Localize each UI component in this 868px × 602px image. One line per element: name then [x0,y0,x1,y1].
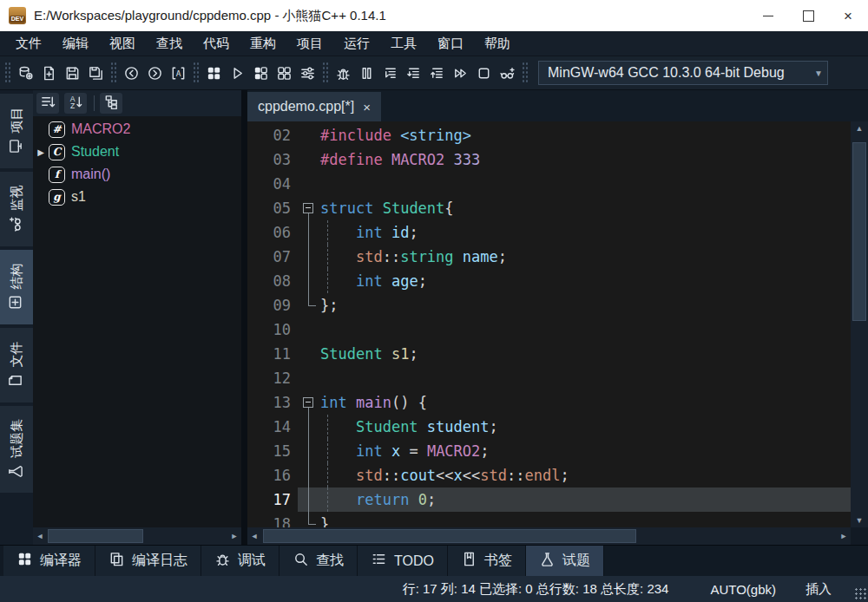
compile-run-button[interactable] [249,61,273,85]
code-line-17[interactable]: 17 return 0; [247,487,851,512]
code-line-03[interactable]: 03#define MACRO2 333 [247,147,851,172]
bottom-tab-compiler[interactable]: 编译器 [3,546,95,576]
symbol-kind-icon: f [49,167,65,183]
save-button[interactable] [61,61,84,85]
vertical-scroll-thumb[interactable] [852,142,866,321]
bottom-tab-bookmarks[interactable]: 书签 [448,546,526,576]
scroll-right-icon[interactable]: ► [837,527,851,545]
toolbar: AMinGW-w64 GCC 10.3.0 64-bit Debug▼ [0,56,868,90]
menu-item-8[interactable]: 工具 [383,32,424,56]
scroll-up-icon[interactable]: ▲ [851,121,868,135]
bottom-tab-compile-log[interactable]: 编译日志 [95,546,201,576]
add-watch-button[interactable] [496,61,519,85]
editor-vertical-scrollbar[interactable]: ▲ ▼ [851,121,868,527]
code-line-13[interactable]: 13int main() { [247,390,851,415]
sort-alpha-button[interactable]: AZ [64,93,87,114]
sort-by-position-button[interactable] [36,93,59,114]
rebuild-button[interactable] [273,61,296,85]
code-line-14[interactable]: 14 Student student; [247,415,851,439]
code-line-05[interactable]: 05struct Student{ [247,196,851,220]
horizontal-scroll-thumb[interactable] [263,529,636,543]
scroll-right-icon[interactable]: ► [227,527,241,545]
new-file-button[interactable] [37,61,61,85]
code-line-11[interactable]: 11Student s1; [247,342,851,366]
code-line-12[interactable]: 12 [247,366,851,390]
sidebar-tab-watch[interactable]: 监视 [0,172,33,246]
code-line-06[interactable]: 06 int id; [247,220,851,245]
panel-splitter[interactable] [241,90,247,545]
resize-grip[interactable] [854,587,866,599]
code-line-16[interactable]: 16 std::cout<<x<<std::endl; [247,463,851,487]
reformat-button[interactable]: A [167,61,190,85]
continue-button[interactable] [449,61,472,85]
code-line-04[interactable]: 04 [247,172,851,196]
stop-button[interactable] [472,61,496,85]
files-icon [7,373,27,389]
show-inherited-button[interactable] [100,93,122,114]
horizontal-scroll-thumb[interactable] [48,529,143,543]
code-text: }; [320,293,338,317]
class-browser-horizontal-scrollbar[interactable]: ◄ ► [33,527,241,545]
step-into-button[interactable] [402,61,425,85]
editor-tab-cppdemo[interactable]: cppdemo.cpp[*] × [247,92,381,121]
pause-icon [358,65,375,82]
debug-button[interactable] [332,61,355,85]
status-insert-mode[interactable]: 插入 [806,581,832,598]
menu-item-2[interactable]: 视图 [102,32,143,56]
code-line-08[interactable]: 08 int age; [247,269,851,293]
code-line-07[interactable]: 07 std::string name; [247,245,851,269]
bottom-tab-todo[interactable]: TODO [358,546,448,576]
options-button[interactable] [296,61,319,85]
editor-horizontal-scrollbar[interactable]: ◄ ► [247,527,851,545]
sidebar-tab-files[interactable]: 文件 [0,328,33,402]
save-all-button[interactable] [84,61,108,85]
pause-button[interactable] [355,61,378,85]
code-line-18[interactable]: 18} [247,512,851,527]
compiler-set-combobox[interactable]: MinGW-w64 GCC 10.3.0 64-bit Debug▼ [538,61,828,85]
scroll-left-icon[interactable]: ◄ [33,527,47,545]
fold-collapse-icon[interactable] [303,397,313,408]
bottom-tab-problem[interactable]: 试题 [526,546,604,576]
bottom-tab-find[interactable]: 查找 [279,546,358,576]
new-project-button[interactable] [14,61,37,85]
tree-item-s1[interactable]: gs1 [33,186,241,208]
menu-item-10[interactable]: 帮助 [477,32,518,56]
maximize-button[interactable] [788,0,828,31]
bottom-tab-debug[interactable]: 调试 [201,546,279,576]
menu-item-6[interactable]: 项目 [289,32,331,56]
menu-item-5[interactable]: 重构 [242,32,284,56]
status-encoding[interactable]: AUTO(gbk) [710,582,776,597]
code-line-02[interactable]: 02#include <string> [247,123,851,147]
nav-back-button[interactable] [120,61,143,85]
sidebar-tab-project[interactable]: 项目 [0,94,33,168]
minimize-button[interactable] [748,0,788,31]
menu-item-1[interactable]: 编辑 [55,32,96,56]
menu-item-0[interactable]: 文件 [8,32,49,56]
editor-pane: cppdemo.cpp[*] × 02#include <string>03#d… [247,90,868,545]
code-line-09[interactable]: 09}; [247,293,851,317]
sidebar-tab-structure[interactable]: 结构 [0,250,33,324]
tree-item-student[interactable]: ▶CStudent [33,141,241,163]
nav-forward-button[interactable] [143,61,167,85]
tree-item-macro2[interactable]: #MACRO2 [33,118,241,141]
menu-item-3[interactable]: 查找 [148,32,190,56]
run-button[interactable] [226,61,249,85]
sidebar-tab-problem-set[interactable]: 试题集 [0,406,33,493]
tab-close-icon[interactable]: × [363,100,371,115]
close-button[interactable]: × [828,0,868,31]
menu-item-4[interactable]: 代码 [195,32,237,56]
step-out-button[interactable] [425,61,449,85]
fold-collapse-icon[interactable] [303,203,313,213]
code-line-15[interactable]: 15 int x = MACRO2; [247,439,851,463]
step-over-button[interactable] [378,61,402,85]
scroll-left-icon[interactable]: ◄ [247,527,261,545]
sidebar-tab-label: 监视 [9,186,25,212]
expand-arrow-icon[interactable]: ▶ [33,147,49,157]
scroll-down-icon[interactable]: ▼ [851,514,868,527]
tree-item-main[interactable]: fmain() [33,163,241,186]
compile-button[interactable] [202,61,226,85]
code-viewport[interactable]: 02#include <string>03#define MACRO2 3330… [247,121,851,527]
menu-item-9[interactable]: 窗口 [430,32,471,56]
menu-item-7[interactable]: 运行 [336,32,378,56]
code-line-10[interactable]: 10 [247,317,851,342]
